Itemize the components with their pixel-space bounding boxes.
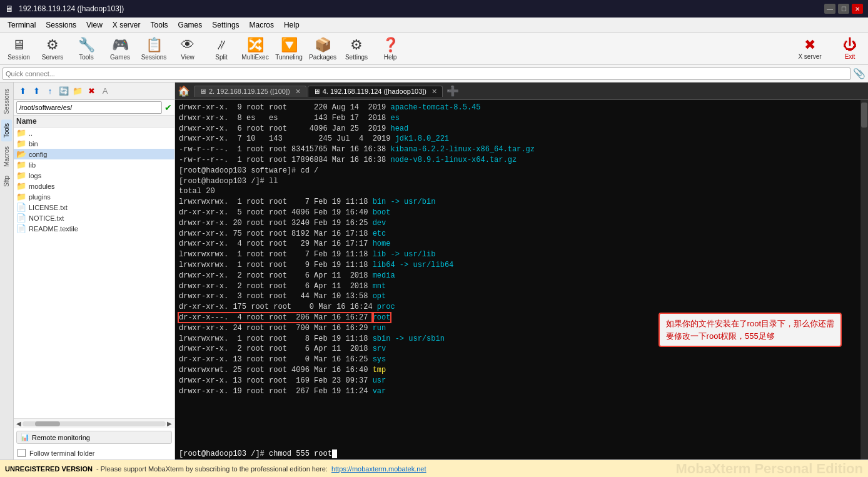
close-button[interactable]: ✕	[852, 4, 863, 14]
terminal-line: drwxr-xr-x. 3 root root 44 Mar 10 13:58 …	[179, 291, 857, 302]
file-item-plugins[interactable]: 📁 plugins	[14, 191, 174, 202]
terminal-line: drwxrwxrwt. 25 root root 4096 Mar 16 16:…	[179, 365, 857, 376]
menu-help[interactable]: Help	[279, 19, 305, 31]
session-tab-2[interactable]: 🖥 4. 192.168.119.124 ([hadoop103]) ✕	[308, 86, 443, 97]
file-item-modules[interactable]: 📁 modules	[14, 181, 174, 191]
terminal-line: drwxr-xr-x. 7 10 143 245 Jul 4 2019 jdk1…	[179, 134, 857, 144]
file-item-label: ..	[29, 129, 33, 137]
menu-tools[interactable]: Tools	[146, 19, 173, 31]
sidebar-item-sftp[interactable]: Sftp	[1, 172, 12, 191]
terminal-line: lrwxrwxrwx. 1 root root 8 Feb 19 11:18 s…	[179, 334, 857, 344]
toolbar-tools[interactable]: 🔧 Tools	[70, 34, 103, 63]
menu-view[interactable]: View	[81, 19, 108, 31]
sidebar-item-macros[interactable]: Macros	[1, 143, 12, 171]
terminal-scroll-thumb[interactable]	[861, 103, 867, 128]
cmd-prompt: [root@hadoop103 /]# chmod 555 root	[179, 449, 332, 458]
remote-monitor-label: Remote monitoring	[32, 434, 90, 441]
tab-close-2[interactable]: ✕	[431, 88, 437, 96]
path-ok-icon[interactable]: ✔	[164, 103, 172, 113]
toolbar-tools-label: Tools	[79, 54, 93, 61]
terminal-line: drwxr-xr-x. 24 root root 700 Mar 16 16:2…	[179, 323, 857, 334]
toolbar-view[interactable]: 👁 View	[171, 34, 204, 63]
tab-close-1[interactable]: ✕	[295, 88, 301, 96]
file-item-label: LICENSE.txt	[29, 204, 68, 211]
scroll-left-btn[interactable]: ◀	[16, 420, 21, 427]
quick-connect-input[interactable]	[3, 68, 850, 80]
terminal-line: drwxr-xr-x. 2 root root 6 Apr 11 2018 me…	[179, 271, 857, 281]
file-item-label: logs	[29, 172, 41, 179]
folder-icon: 📁	[16, 160, 26, 169]
menu-terminal[interactable]: Terminal	[3, 19, 41, 31]
fp-settings-btn[interactable]: A	[99, 85, 111, 98]
file-path-input[interactable]	[16, 101, 162, 114]
file-item-license[interactable]: 📄 LICENSE.txt	[14, 202, 174, 213]
fp-home-btn[interactable]: ⬆	[16, 85, 29, 98]
terminal-main: drwxr-xr-x. 9 root root 220 Aug 14 2019 …	[175, 100, 868, 459]
tab-icon-2: 🖥	[313, 88, 320, 95]
fp-delete-btn[interactable]: ✖	[85, 85, 98, 98]
menu-xserver[interactable]: X server	[108, 19, 146, 31]
terminal-line: drwxr-xr-x. 9 root root 220 Aug 14 2019 …	[179, 103, 857, 113]
file-item-readme[interactable]: 📄 README.textile	[14, 223, 174, 234]
tab-icon-1: 🖥	[199, 88, 206, 95]
file-item-lib[interactable]: 📁 lib	[14, 159, 174, 170]
toolbar-packages[interactable]: 📦 Packages	[306, 34, 339, 63]
maximize-button[interactable]: ☐	[838, 4, 849, 14]
exit-label: Exit	[845, 53, 855, 60]
terminal-line: drwxr-xr-x. 2 root root 6 Apr 11 2018 mn…	[179, 281, 857, 292]
toolbar-games[interactable]: 🎮 Games	[104, 34, 136, 63]
menu-settings[interactable]: Settings	[207, 19, 244, 31]
file-item-label: NOTICE.txt	[29, 214, 64, 222]
session-tab-1[interactable]: 🖥 2. 192.168.119.125 ([100]) ✕	[194, 86, 306, 97]
fp-refresh-btn[interactable]: 🔄	[58, 85, 70, 98]
tab-add-button[interactable]: ➕	[447, 85, 459, 97]
multiexec-icon: 🔀	[247, 36, 264, 54]
toolbar-servers[interactable]: ⚙ Servers	[36, 34, 69, 63]
terminal-scrollbar[interactable]	[860, 100, 868, 459]
menu-macros[interactable]: Macros	[245, 19, 279, 31]
file-panel: ⬆ ⬆ ↑ 🔄 📁 ✖ A ✔ Name 📁 .. 📁 bin	[14, 83, 175, 459]
toolbar-multiexec[interactable]: 🔀 MultiExec	[239, 34, 271, 63]
minimize-button[interactable]: —	[824, 4, 835, 14]
menu-sessions[interactable]: Sessions	[41, 19, 81, 31]
sidebar-item-tools[interactable]: Tools	[1, 119, 12, 141]
scroll-right-btn[interactable]: ▶	[167, 420, 172, 427]
command-input-line[interactable]: [root@hadoop103 /]# chmod 555 root	[175, 448, 860, 459]
terminal-line: dr-xr-xr-x. 175 root root 0 Mar 16 16:24…	[179, 302, 857, 313]
folder-icon: 📁	[16, 181, 26, 191]
home-nav-icon[interactable]: 🏠	[178, 85, 190, 97]
status-link[interactable]: https://mobaxterm.mobatek.net	[331, 465, 426, 473]
terminal-line: lrwxrwxrwx. 1 root root 7 Feb 19 11:18 b…	[179, 197, 857, 208]
menu-games[interactable]: Games	[173, 19, 208, 31]
toolbar-servers-label: Servers	[42, 54, 63, 61]
attach-icon[interactable]: 📎	[853, 68, 865, 79]
toolbar-split[interactable]: ⫽ Split	[205, 34, 238, 63]
fp-parent-btn[interactable]: ↑	[44, 85, 56, 98]
toolbar-session[interactable]: 🖥 Session	[3, 34, 35, 63]
follow-folder-checkbox[interactable]	[18, 449, 26, 457]
terminal-line: [root@hadoop103 software]# cd /	[179, 166, 857, 176]
xserver-button[interactable]: ✖ X server	[788, 34, 832, 63]
fp-newfolder-btn[interactable]: 📁	[71, 85, 84, 98]
status-message: - Please support MobaXterm by subscribin…	[96, 465, 328, 473]
fp-up-btn[interactable]: ⬆	[30, 85, 43, 98]
toolbar-tunneling[interactable]: 🔽 Tunneling	[273, 34, 305, 63]
file-item-config[interactable]: 📂 config	[14, 149, 174, 159]
exit-button[interactable]: ⏻ Exit	[834, 34, 865, 63]
file-item-dotdot[interactable]: 📁 ..	[14, 128, 174, 138]
scroll-track[interactable]	[23, 421, 166, 426]
remote-monitor-button[interactable]: 📊 Remote monitoring	[16, 431, 172, 444]
toolbar-help[interactable]: ❓ Help	[374, 34, 406, 63]
file-item-notice[interactable]: 📄 NOTICE.txt	[14, 213, 174, 223]
toolbar-settings-label: Settings	[345, 54, 368, 61]
toolbar-session-label: Session	[8, 54, 30, 61]
scroll-bar: ◀ ▶	[16, 420, 172, 427]
toolbar-settings[interactable]: ⚙ Settings	[340, 34, 373, 63]
toolbar-sessions[interactable]: 📋 Sessions	[138, 34, 170, 63]
sessions-icon: 📋	[146, 36, 163, 54]
file-item-bin[interactable]: 📁 bin	[14, 138, 174, 149]
terminal-content[interactable]: drwxr-xr-x. 9 root root 220 Aug 14 2019 …	[175, 100, 860, 448]
file-tree[interactable]: 📁 .. 📁 bin 📂 config 📁 lib 📁 logs 📁 m	[14, 128, 174, 418]
file-item-logs[interactable]: 📁 logs	[14, 170, 174, 181]
sidebar-item-sessions[interactable]: Sessions	[1, 85, 12, 118]
